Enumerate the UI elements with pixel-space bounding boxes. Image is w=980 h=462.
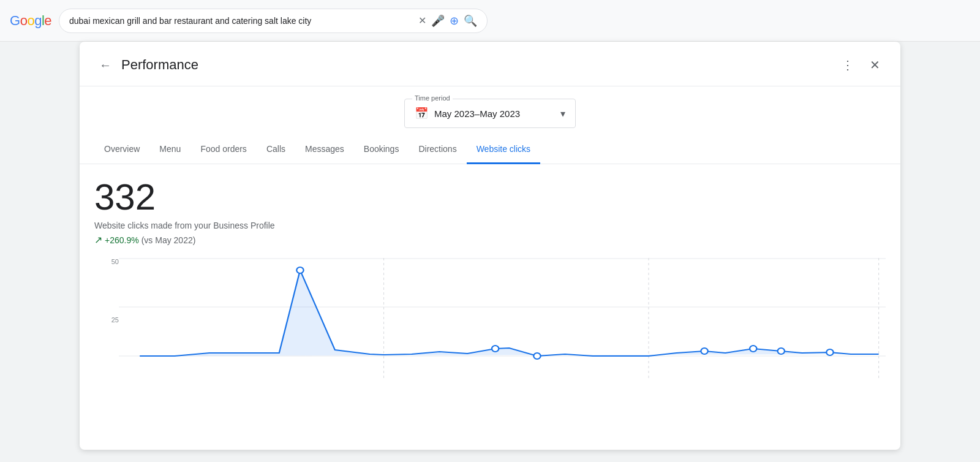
tab-menu[interactable]: Menu (149, 135, 190, 164)
line-chart (119, 258, 886, 381)
tab-calls[interactable]: Calls (257, 135, 295, 164)
clear-search-icon[interactable]: ✕ (418, 15, 426, 26)
tab-website-clicks[interactable]: Website clicks (467, 135, 540, 164)
svg-point-10 (701, 348, 707, 354)
back-button[interactable]: ← (94, 54, 116, 76)
search-input[interactable] (69, 16, 413, 26)
svg-point-9 (533, 353, 540, 359)
chart-svg-container (119, 258, 886, 381)
tab-overview[interactable]: Overview (94, 135, 149, 164)
y-label-50: 50 (94, 258, 119, 265)
trend-comparison: (vs May 2022) (141, 235, 196, 245)
trend-up-icon: ↗ (94, 234, 102, 246)
tabs-section: Overview Menu Food orders Calls Messages… (80, 135, 900, 164)
header-actions: ⋮ ✕ (837, 54, 886, 76)
lens-icon[interactable]: ⊕ (450, 14, 459, 28)
chart-y-labels: 50 25 (94, 258, 119, 381)
mic-icon[interactable]: 🎤 (431, 14, 445, 28)
svg-point-7 (296, 267, 303, 273)
time-period-label: Time period (412, 94, 453, 102)
time-period-dropdown[interactable]: Time period 📅 May 2023–May 2023 ▾ (404, 99, 576, 128)
trend-section: ↗ +260.9% (vs May 2022) (94, 234, 886, 246)
stat-count: 332 (94, 179, 886, 216)
back-icon: ← (99, 58, 111, 72)
time-period-value: May 2023–May 2023 (434, 108, 554, 119)
time-period-section: Time period 📅 May 2023–May 2023 ▾ (80, 86, 900, 135)
tab-bookings[interactable]: Bookings (354, 135, 409, 164)
chart-container: 50 25 (94, 258, 886, 381)
y-label-25: 25 (94, 316, 119, 324)
more-icon: ⋮ (842, 58, 854, 72)
svg-point-13 (826, 349, 833, 355)
search-icon[interactable]: 🔍 (464, 14, 477, 28)
search-bar[interactable]: ✕ 🎤 ⊕ 🔍 (59, 9, 488, 33)
stat-description: Website clicks made from your Business P… (94, 221, 886, 230)
trend-value: +260.9% (105, 235, 139, 245)
close-icon: ✕ (870, 58, 880, 72)
tab-directions[interactable]: Directions (409, 135, 466, 164)
google-logo: Google (10, 13, 51, 29)
svg-marker-6 (140, 270, 878, 356)
svg-point-11 (750, 346, 756, 352)
content-area: 332 Website clicks made from your Busine… (80, 164, 900, 450)
tab-messages[interactable]: Messages (295, 135, 354, 164)
svg-point-8 (492, 346, 499, 352)
tab-food-orders[interactable]: Food orders (190, 135, 256, 164)
close-modal-button[interactable]: ✕ (864, 54, 886, 76)
modal-title: Performance (121, 57, 837, 73)
more-options-button[interactable]: ⋮ (837, 54, 859, 76)
svg-point-12 (778, 348, 785, 354)
performance-modal: ← Performance ⋮ ✕ Time period 📅 May 2023… (80, 42, 900, 450)
chrome-bar: Google ✕ 🎤 ⊕ 🔍 (0, 0, 980, 42)
modal-header: ← Performance ⋮ ✕ (80, 42, 900, 86)
dropdown-arrow-icon: ▾ (560, 108, 565, 119)
calendar-icon: 📅 (415, 107, 428, 120)
